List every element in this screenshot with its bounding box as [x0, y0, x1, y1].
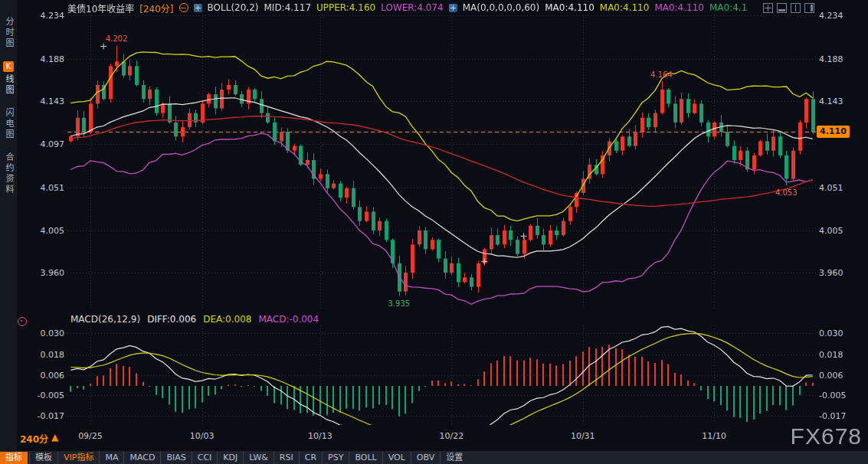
layout-icons — [763, 3, 814, 13]
toolbar-tab-BOLL[interactable]: BOLL — [349, 452, 382, 464]
price-axis-label-right: 4.188 — [819, 54, 853, 64]
macd-hist-value: MACD:-0.004 — [258, 314, 319, 325]
toolbar-tab-VOL[interactable]: VOL — [382, 452, 411, 464]
chart-header: 美债10年收益率 [240分] − BOLL(20,2) MID:4.117 U… — [67, 2, 747, 13]
boll-toggle-icon[interactable] — [194, 4, 202, 12]
toolbar-tab-MA[interactable]: MA — [99, 452, 123, 464]
boll-upper-value: UPPER:4.160 — [316, 2, 375, 13]
app-window: 美债10年收益率 [240分] − BOLL(20,2) MID:4.117 U… — [0, 0, 868, 464]
toolbar-tab-OBV[interactable]: OBV — [411, 452, 440, 464]
x-axis-label: 10/22 — [434, 431, 468, 441]
price-axis-label-right: 4.143 — [819, 96, 853, 106]
x-axis-label: 10/13 — [303, 431, 337, 441]
layout-split-vertical-icon[interactable] — [791, 3, 801, 13]
macd-diff-value: DIFF:0.006 — [147, 314, 196, 325]
sidebar-item-contract-info[interactable]: 合约资料 — [0, 152, 17, 195]
sidebar-item-label: 合约资料 — [2, 152, 15, 195]
toolbar-tab-模板[interactable]: 模板 — [29, 452, 57, 464]
ma-value: MA0:4.110 — [600, 2, 650, 13]
price-axis-label-right: 4.051 — [819, 183, 853, 193]
toolbar-tab-设置[interactable]: 设置 — [440, 452, 468, 464]
ma-values: MA0:4.110MA0:4.110MA0:4.110MA0:4.1 — [545, 2, 747, 13]
main-price-chart-canvas[interactable] — [67, 11, 816, 309]
sidebar-item-kline-chart[interactable]: K线图 — [0, 61, 17, 96]
toolbar-tab-CR[interactable]: CR — [299, 452, 322, 464]
timeframe-selector[interactable]: 240分 ▲ — [20, 432, 58, 445]
ma-toggle-icon[interactable] — [449, 4, 457, 12]
indicator-settings-icon[interactable] — [18, 317, 27, 326]
macd-axis-label-right: 0.030 — [819, 328, 853, 338]
boll-label: BOLL(20,2) — [208, 2, 259, 13]
layout-right-panel-icon[interactable] — [804, 3, 814, 13]
toolbar-tab-BIAS[interactable]: BIAS — [160, 452, 191, 464]
layout-quad-icon[interactable] — [763, 3, 773, 13]
layout-bottom-panel-icon[interactable] — [777, 3, 787, 13]
price-axis-label-left: 4.143 — [32, 96, 64, 106]
macd-axis-label-right: 0.006 — [819, 371, 853, 381]
macd-axis-label-left: 0.006 — [32, 371, 64, 381]
macd-chart-canvas[interactable] — [67, 325, 816, 425]
price-axis-label-left: 4.097 — [32, 139, 64, 149]
macd-axis-label-left: -0.017 — [32, 411, 64, 421]
ma-value: MA0:4.110 — [654, 2, 704, 13]
indicator-toolbar: 指标模板VIP指标MAMACDBIASCCIKDJLW&RSICRPSYBOLL… — [0, 451, 868, 464]
toolbar-tab-CCI[interactable]: CCI — [192, 452, 218, 464]
price-axis-label-left: 4.188 — [32, 54, 64, 64]
chart-type-sidebar: 分时图K线图闪电图合约资料 — [0, 0, 17, 451]
macd-axis-label-left: -0.005 — [32, 390, 64, 400]
timeframe-label: 240分 — [20, 432, 48, 445]
ma-label: MA(0,0,0,0,0,60) — [463, 2, 539, 13]
price-axis-label-right: 4.234 — [819, 11, 853, 21]
macd-label: MACD(26,12,9) — [70, 314, 140, 325]
price-axis-label-left: 3.960 — [32, 268, 64, 278]
price-axis-label-left: 4.005 — [32, 226, 64, 236]
x-axis-label: 09/25 — [74, 431, 107, 441]
sidebar-item-label: 分时图 — [2, 17, 15, 49]
macd-axis-label-right: -0.017 — [819, 411, 853, 421]
toolbar-tab-VIP指标[interactable]: VIP指标 — [57, 452, 99, 464]
zoom-out-icon[interactable]: − — [179, 3, 188, 12]
price-axis-label-right: 4.005 — [819, 226, 853, 236]
x-axis-label: 10/31 — [566, 431, 600, 441]
macd-axis-label-right: -0.005 — [819, 390, 853, 400]
current-price-tag: 4.110 — [817, 126, 850, 138]
ma-value: MA0:4.110 — [545, 2, 594, 13]
active-chart-badge: K — [3, 61, 14, 72]
price-axis-label-left: 4.051 — [32, 183, 64, 193]
toolbar-tab-KDJ[interactable]: KDJ — [217, 452, 243, 464]
timeframe-arrow-icon: ▲ — [51, 432, 58, 445]
toolbar-tab-MACD[interactable]: MACD — [123, 452, 160, 464]
sidebar-item-flash-chart[interactable]: 闪电图 — [0, 108, 17, 140]
price-axis-label-left: 4.234 — [32, 11, 64, 21]
boll-lower-value: LOWER:4.074 — [381, 2, 444, 13]
sidebar-item-time-chart[interactable]: 分时图 — [0, 17, 17, 49]
instrument-title: 美债10年收益率 — [67, 2, 134, 15]
toolbar-tab-PSY[interactable]: PSY — [322, 452, 349, 464]
macd-axis-label-left: 0.030 — [32, 328, 64, 338]
sidebar-item-label: 闪电图 — [2, 108, 15, 140]
price-axis-label-right: 3.960 — [819, 268, 853, 278]
macd-axis-label-right: 0.018 — [819, 350, 853, 360]
toolbar-tab-LW&[interactable]: LW& — [243, 452, 274, 464]
macd-header: MACD(26,12,9) DIFF:0.006 DEA:0.008 MACD:… — [70, 314, 319, 325]
brand-watermark: FX678 — [791, 423, 862, 449]
toolbar-tab-RSI[interactable]: RSI — [274, 452, 299, 464]
macd-axis-label-left: 0.018 — [32, 350, 64, 360]
sidebar-item-label: 线图 — [2, 74, 15, 96]
interval-label: [240分] — [139, 2, 173, 15]
macd-dea-value: DEA:0.008 — [203, 314, 251, 325]
boll-mid-value: MID:4.117 — [264, 2, 311, 13]
ma-value: MA0:4.1 — [709, 2, 747, 13]
x-axis-label: 11/10 — [697, 431, 731, 441]
toolbar-tab-指标[interactable]: 指标 — [0, 452, 28, 464]
x-axis-label: 10/03 — [185, 431, 219, 441]
